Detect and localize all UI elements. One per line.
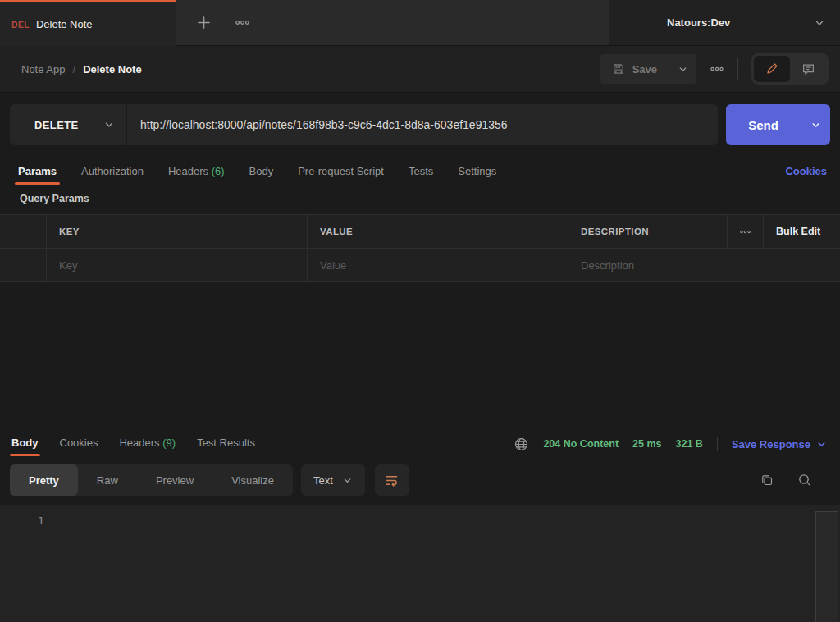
url-input[interactable]: http://localhost:8000/api/notes/168f98b3… <box>127 104 718 145</box>
editor-line-number: 1 <box>38 515 44 527</box>
url-box: DELETE http://localhost:8000/api/notes/1… <box>10 104 718 145</box>
ellipsis-icon <box>710 62 724 76</box>
ellipsis-icon <box>739 226 751 238</box>
save-response-label: Save Response <box>732 438 810 450</box>
copy-response-button[interactable] <box>760 473 774 487</box>
query-params-title: Query Params <box>0 188 840 214</box>
column-options-button[interactable] <box>728 215 764 248</box>
comment-icon <box>801 62 815 76</box>
query-params-header-row: KEY VALUE DESCRIPTION Bulk Edit <box>0 215 840 249</box>
tab-settings[interactable]: Settings <box>458 160 496 188</box>
headers-count-badge: (6) <box>212 165 225 177</box>
save-options-button[interactable] <box>669 54 696 84</box>
response-view-switcher: Pretty Raw Preview Visualize <box>10 464 293 496</box>
breadcrumb-separator: / <box>73 63 76 75</box>
response-format-value: Text <box>313 474 333 487</box>
key-input[interactable]: Key <box>47 249 308 281</box>
request-pane: DELETE http://localhost:8000/api/notes/1… <box>0 93 840 423</box>
response-meta-divider <box>717 437 718 451</box>
documentation-mode-toggle <box>751 53 829 85</box>
breadcrumb: Note App / Delete Note <box>21 63 142 75</box>
search-icon <box>797 473 812 487</box>
method-badge: DEL <box>11 20 30 30</box>
wrap-text-icon <box>384 473 399 488</box>
postman-app: DEL Delete Note Natours:Dev Note <box>0 0 840 622</box>
status-badge[interactable]: 204 No Content <box>543 438 619 450</box>
request-pane-filler <box>0 282 840 423</box>
request-url-row: DELETE http://localhost:8000/api/notes/1… <box>0 93 840 155</box>
wrap-line-button[interactable] <box>375 464 409 496</box>
view-preview-button[interactable]: Preview <box>137 464 212 496</box>
value-input[interactable]: Value <box>308 249 568 281</box>
send-split-button: Send <box>726 104 830 145</box>
query-params-empty-row: Key Value Description <box>0 249 840 281</box>
view-raw-button[interactable]: Raw <box>78 464 137 496</box>
key-column-header: KEY <box>47 215 308 248</box>
response-tab-test-results[interactable]: Test Results <box>197 425 255 463</box>
send-options-button[interactable] <box>801 104 830 145</box>
request-tab[interactable]: DEL Delete Note <box>0 0 176 46</box>
description-input[interactable]: Description <box>568 249 840 281</box>
save-split-button: Save <box>600 54 696 84</box>
breadcrumb-collection[interactable]: Note App <box>21 63 66 75</box>
bulk-edit-button[interactable]: Bulk Edit <box>764 215 840 248</box>
plus-icon <box>196 15 212 30</box>
response-pane: Body Cookies Headers (9) Test Results 20… <box>0 423 840 622</box>
response-actions <box>760 473 830 487</box>
chevron-down-icon <box>103 119 115 130</box>
pencil-icon <box>765 62 778 75</box>
method-select-value: DELETE <box>34 119 97 131</box>
response-size[interactable]: 321 B <box>676 438 703 450</box>
chevron-down-icon <box>342 475 353 486</box>
tab-headers[interactable]: Headers (6) <box>168 160 225 188</box>
response-meta: 204 No Content 25 ms 321 B Save Response <box>514 437 827 452</box>
tab-params[interactable]: Params <box>18 160 57 188</box>
chevron-down-icon <box>814 17 825 29</box>
more-actions-button[interactable] <box>710 62 724 76</box>
request-tab-strip: DEL Delete Note Natours:Dev <box>0 0 840 46</box>
tab-strip-toolbar <box>176 0 609 46</box>
chevron-down-icon <box>678 64 688 75</box>
tab-pre-request-script[interactable]: Pre-request Script <box>298 160 384 188</box>
method-select[interactable]: DELETE <box>10 104 127 145</box>
response-tab-headers[interactable]: Headers (9) <box>119 425 176 463</box>
chevron-down-icon <box>816 439 827 450</box>
row-handle-column <box>0 215 47 248</box>
query-params-table: KEY VALUE DESCRIPTION Bulk Edit Key Valu… <box>0 214 840 282</box>
response-tab-cookies[interactable]: Cookies <box>60 425 98 463</box>
copy-icon <box>760 473 774 487</box>
editor-scrollbar[interactable] <box>815 511 838 622</box>
tab-authorization[interactable]: Authorization <box>81 160 144 188</box>
response-headers-count-badge: (9) <box>162 437 176 449</box>
response-body-editor[interactable]: 1 <box>0 505 840 622</box>
view-visualize-button[interactable]: Visualize <box>212 464 293 496</box>
response-time[interactable]: 25 ms <box>632 438 661 450</box>
description-column-header: DESCRIPTION <box>568 215 728 248</box>
breadcrumb-request: Delete Note <box>83 63 142 75</box>
save-button-label: Save <box>632 63 657 75</box>
search-response-button[interactable] <box>797 473 812 487</box>
save-button[interactable]: Save <box>600 54 669 84</box>
request-toolbar: Note App / Delete Note Save <box>0 46 840 93</box>
response-tab-body[interactable]: Body <box>11 425 39 463</box>
environment-selector[interactable]: Natours:Dev <box>609 0 840 46</box>
cookies-link[interactable]: Cookies <box>785 160 827 182</box>
tab-title: Delete Note <box>36 18 93 30</box>
tab-options-button[interactable] <box>235 15 250 30</box>
globe-icon <box>514 437 529 452</box>
tab-tests[interactable]: Tests <box>409 160 433 188</box>
tab-body[interactable]: Body <box>249 160 274 188</box>
environment-name: Natours:Dev <box>667 16 814 29</box>
new-tab-button[interactable] <box>196 15 212 30</box>
edit-mode-button[interactable] <box>754 56 790 82</box>
toolbar-actions: Save <box>600 53 829 85</box>
chevron-down-icon <box>810 120 821 130</box>
response-tabs: Body Cookies Headers (9) Test Results 20… <box>0 423 840 464</box>
save-response-button[interactable]: Save Response <box>732 438 827 450</box>
comments-button[interactable] <box>790 56 826 82</box>
response-view-row: Pretty Raw Preview Visualize Text <box>0 464 840 502</box>
send-button[interactable]: Send <box>726 104 801 145</box>
response-format-select[interactable]: Text <box>301 464 365 496</box>
view-pretty-button[interactable]: Pretty <box>10 464 78 496</box>
value-column-header: VALUE <box>308 215 568 248</box>
